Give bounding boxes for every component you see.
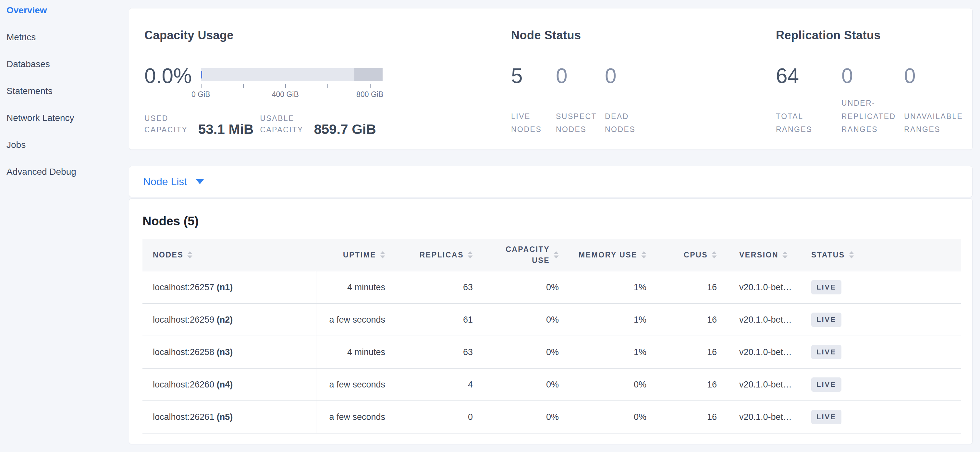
column-header-version[interactable]: VERSION [725, 239, 797, 271]
column-header-uptime[interactable]: UPTIME [316, 239, 393, 271]
sort-icon[interactable] [849, 251, 854, 259]
sidebar-item-overview[interactable]: Overview [0, 0, 129, 24]
replicas-cell: 63 [393, 336, 480, 368]
uptime-cell: 4 minutes [316, 271, 393, 303]
cpus-cell: 16 [654, 336, 725, 368]
sort-icon[interactable] [783, 251, 788, 259]
sidebar-item-label: Databases [6, 59, 50, 70]
live-nodes-label: LIVE NODES [511, 110, 556, 136]
column-header-nodes[interactable]: NODES [142, 239, 316, 271]
capacity-axis-labels: 0 GiB 400 GiB 800 GiB [201, 90, 383, 98]
replicas-cell: 63 [393, 271, 480, 303]
column-header-replicas[interactable]: REPLICAS [393, 239, 480, 271]
uptime-cell: a few seconds [316, 303, 393, 336]
node-id: (n2) [217, 315, 233, 325]
replicas-cell: 0 [393, 401, 480, 433]
version-cell: v20.1.0-bet… [725, 368, 797, 401]
cpus-cell: 16 [654, 401, 725, 433]
usable-capacity-stat: USABLE CAPACITY 859.7 GiB [260, 113, 376, 136]
under-replicated-ranges-label: UNDER-REPLICATED RANGES [842, 97, 903, 136]
node-id: (n4) [217, 380, 233, 389]
status-badge: LIVE [811, 280, 842, 294]
usable-capacity-value: 859.7 GiB [314, 123, 376, 136]
usable-capacity-label: USABLE CAPACITY [260, 113, 311, 136]
replication-values: 64 0 0 [776, 68, 958, 84]
sidebar-item-advanced-debug[interactable]: Advanced Debug [0, 158, 129, 185]
status-badge: LIVE [811, 312, 842, 327]
sort-icon[interactable] [554, 251, 559, 259]
table-row[interactable]: localhost:26260 (n4) a few seconds 4 0% … [142, 368, 961, 401]
memory-use-cell: 1% [566, 303, 654, 336]
sort-icon[interactable] [712, 251, 717, 259]
table-row[interactable]: localhost:26261 (n5) a few seconds 0 0% … [142, 401, 961, 433]
capacity-usage-title: Capacity Usage [145, 29, 511, 42]
table-header-row: NODES UPTIME REPLICAS CAPACITY USE MEMOR [142, 239, 961, 271]
used-capacity-stat: USED CAPACITY 53.1 MiB [145, 113, 253, 136]
capacity-usage-section: Capacity Usage 0.0% [145, 29, 511, 136]
sidebar-item-label: Jobs [6, 140, 25, 150]
replication-status-section: Replication Status 64 0 0 TOTAL RANGES U… [776, 29, 958, 136]
node-list-dropdown[interactable]: Node List [143, 176, 204, 188]
memory-use-cell: 0% [566, 401, 654, 433]
replication-labels: TOTAL RANGES UNDER-REPLICATED RANGES UNA… [776, 97, 958, 136]
sidebar: Overview Metrics Databases Statements Ne… [0, 0, 129, 452]
node-id: (n5) [217, 412, 233, 422]
node-id: (n1) [217, 282, 233, 292]
capacity-bar-other-segment [354, 68, 383, 81]
memory-use-cell: 1% [566, 271, 654, 303]
sort-icon[interactable] [380, 251, 385, 259]
total-ranges-label: TOTAL RANGES [776, 110, 838, 136]
axis-label-0: 0 GiB [191, 90, 210, 99]
caret-down-icon [196, 179, 204, 184]
sort-icon[interactable] [187, 251, 192, 259]
table-row[interactable]: localhost:26258 (n3) 4 minutes 63 0% 1% … [142, 336, 961, 368]
nodes-table: NODES UPTIME REPLICAS CAPACITY USE MEMOR [142, 239, 961, 433]
used-capacity-value: 53.1 MiB [198, 123, 253, 136]
node-address-link[interactable]: localhost:26258 [153, 347, 214, 357]
sort-icon[interactable] [468, 251, 473, 259]
column-header-capacity-use[interactable]: CAPACITY USE [480, 239, 566, 271]
column-header-cpus[interactable]: CPUS [654, 239, 725, 271]
node-address-link[interactable]: localhost:26259 [153, 315, 214, 325]
view-selector-card: Node List [129, 166, 972, 197]
node-status-section: Node Status 5 0 0 LIVE NODES SUSPECT NOD… [511, 29, 776, 136]
axis-label-400: 400 GiB [272, 90, 299, 99]
sidebar-item-databases[interactable]: Databases [0, 51, 129, 78]
sidebar-item-label: Network Latency [6, 113, 74, 123]
sidebar-item-label: Advanced Debug [6, 167, 76, 177]
column-header-memory-use[interactable]: MEMORY USE [566, 239, 654, 271]
sidebar-item-statements[interactable]: Statements [0, 78, 129, 105]
capacity-percent: 0.0% [145, 68, 192, 84]
version-cell: v20.1.0-bet… [725, 303, 797, 336]
suspect-nodes-label: SUSPECT NODES [556, 110, 605, 136]
column-header-status[interactable]: STATUS [797, 239, 961, 271]
table-row[interactable]: localhost:26259 (n2) a few seconds 61 0%… [142, 303, 961, 336]
capacity-stats: USED CAPACITY 53.1 MiB USABLE CAPACITY 8… [145, 113, 511, 136]
node-address-link[interactable]: localhost:26261 [153, 412, 214, 422]
axis-label-800: 800 GiB [356, 90, 383, 99]
status-badge: LIVE [811, 410, 842, 424]
status-badge: LIVE [811, 377, 842, 392]
nodes-table-title: Nodes (5) [142, 214, 960, 228]
node-address-link[interactable]: localhost:26257 [153, 282, 214, 292]
node-status-values: 5 0 0 [511, 68, 776, 84]
cpus-cell: 16 [654, 303, 725, 336]
capacity-use-cell: 0% [480, 336, 566, 368]
node-address-link[interactable]: localhost:26260 [153, 380, 214, 389]
node-id: (n3) [217, 347, 233, 357]
sort-icon[interactable] [641, 251, 646, 259]
sidebar-item-network-latency[interactable]: Network Latency [0, 105, 129, 131]
memory-use-cell: 0% [566, 368, 654, 401]
total-ranges-value: 64 [776, 68, 842, 84]
table-row[interactable]: localhost:26257 (n1) 4 minutes 63 0% 1% … [142, 271, 961, 303]
unavailable-ranges-label: UNAVAILABLE RANGES [904, 110, 966, 136]
used-capacity-label: USED CAPACITY [145, 113, 196, 136]
memory-use-cell: 1% [566, 336, 654, 368]
sidebar-item-jobs[interactable]: Jobs [0, 131, 129, 158]
capacity-axis-ticks [201, 84, 383, 88]
version-cell: v20.1.0-bet… [725, 336, 797, 368]
version-cell: v20.1.0-bet… [725, 401, 797, 433]
sidebar-item-metrics[interactable]: Metrics [0, 24, 129, 51]
cpus-cell: 16 [654, 271, 725, 303]
version-cell: v20.1.0-bet… [725, 271, 797, 303]
